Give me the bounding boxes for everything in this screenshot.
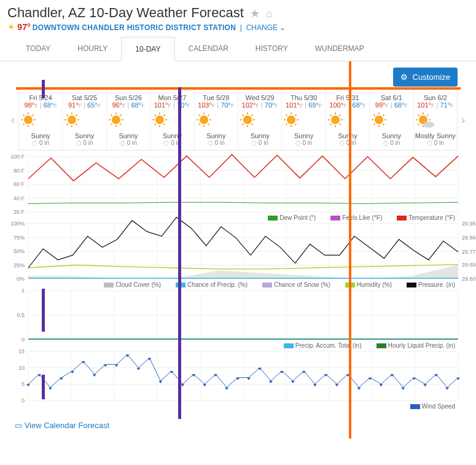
sun-icon bbox=[19, 111, 62, 130]
day-precip: ◌ 0 in bbox=[326, 139, 369, 146]
day-date: Wed 5/29 bbox=[238, 94, 281, 101]
svg-point-45 bbox=[243, 115, 252, 124]
day-date: Sun 5/26 bbox=[107, 94, 150, 101]
svg-marker-199 bbox=[269, 381, 273, 383]
svg-line-53 bbox=[251, 115, 252, 116]
svg-marker-197 bbox=[247, 378, 251, 380]
svg-marker-185 bbox=[115, 364, 119, 367]
tab-hourly[interactable]: HOURLY bbox=[64, 37, 121, 61]
svg-line-24 bbox=[111, 115, 112, 116]
svg-line-49 bbox=[243, 123, 244, 125]
next-day-button[interactable]: › bbox=[458, 112, 469, 127]
sun-icon bbox=[150, 111, 193, 130]
day-condition: Sunny bbox=[107, 132, 150, 139]
svg-marker-213 bbox=[423, 384, 427, 386]
svg-marker-193 bbox=[203, 384, 206, 386]
svg-text:0.5: 0.5 bbox=[17, 312, 25, 318]
svg-line-4 bbox=[23, 123, 25, 125]
svg-marker-191 bbox=[181, 384, 184, 386]
day-condition: Mostly Sunny bbox=[414, 132, 457, 139]
svg-text:0: 0 bbox=[21, 397, 25, 404]
svg-line-74 bbox=[383, 123, 384, 125]
svg-text:75%: 75% bbox=[14, 235, 25, 241]
svg-text:0%: 0% bbox=[17, 276, 25, 282]
day-condition: Sunny bbox=[326, 132, 369, 139]
svg-point-90 bbox=[423, 122, 434, 128]
svg-line-51 bbox=[243, 115, 244, 116]
chart-legend: Cloud Cover (%)Chance of Precip. (%)Chan… bbox=[28, 279, 456, 291]
svg-point-9 bbox=[68, 115, 76, 124]
home-icon[interactable]: ⌂ bbox=[266, 7, 273, 20]
day-card[interactable]: Sun 6/2101°F | 71°FMostly Sunny◌ 0 in bbox=[414, 89, 457, 150]
view-calendar-link[interactable]: ▭ View Calendar Forecast bbox=[15, 421, 469, 430]
day-card[interactable]: Sat 5/2591°F | 65°FSunny◌ 0 in bbox=[63, 89, 106, 150]
svg-marker-201 bbox=[291, 381, 295, 383]
day-date: Thu 5/30 bbox=[282, 94, 325, 101]
svg-line-80 bbox=[383, 115, 384, 116]
day-precip: ◌ 0 in bbox=[414, 139, 457, 146]
tab-calendar[interactable]: CALENDAR bbox=[175, 37, 242, 61]
day-card[interactable]: Fri 5/31100°F | 68°FSunny◌ 0 in bbox=[326, 89, 370, 150]
day-card[interactable]: Fri 5/2498°F | 68°FSunny◌ 0 in bbox=[19, 89, 63, 150]
day-precip: ◌ 0 in bbox=[282, 139, 325, 146]
svg-marker-207 bbox=[357, 388, 361, 390]
day-date: Sat 5/25 bbox=[63, 94, 106, 101]
svg-line-42 bbox=[198, 115, 200, 116]
tab-today[interactable]: TODAY bbox=[12, 37, 64, 61]
day-card[interactable]: Thu 5/30101°F | 69°FSunny◌ 0 in bbox=[282, 89, 326, 150]
day-card[interactable]: Sat 6/199°F | 68°FSunny◌ 0 in bbox=[370, 89, 413, 150]
change-station-link[interactable]: CHANGE bbox=[246, 23, 278, 32]
customize-label: Customize bbox=[413, 72, 450, 82]
station-link[interactable]: DOWNTOWN CHANDLER HISTORIC DISTRICT STAT… bbox=[33, 23, 236, 32]
day-card[interactable]: Tue 5/28103°F | 70°FSunny◌ 0 in bbox=[195, 89, 238, 150]
svg-text:29.60: 29.60 bbox=[462, 276, 476, 282]
day-condition: Sunny bbox=[19, 132, 62, 139]
tab-wundermap[interactable]: WUNDERMAP bbox=[302, 37, 378, 61]
chart-stack: 20 F40 F60 F80 F100 F Dew Point (°)Feels… bbox=[28, 157, 456, 412]
title-text: Chandler, AZ 10-Day Weather Forecast bbox=[7, 5, 244, 20]
day-date: Tue 5/28 bbox=[195, 94, 238, 101]
svg-text:60 F: 60 F bbox=[14, 181, 25, 187]
gear-icon: ⚙ bbox=[400, 72, 408, 82]
svg-text:80 F: 80 F bbox=[14, 168, 25, 174]
svg-line-2 bbox=[32, 123, 33, 125]
day-precip: ◌ 0 in bbox=[195, 139, 238, 146]
svg-text:10: 10 bbox=[18, 365, 25, 371]
svg-line-40 bbox=[198, 123, 200, 125]
chevron-down-icon[interactable]: ⌄ bbox=[279, 23, 286, 32]
svg-text:29.95: 29.95 bbox=[462, 221, 476, 227]
current-temp: 97° bbox=[17, 22, 30, 32]
content: ⚙ Customize ‹ Fri 5/2498°F | 68°FSunny◌ … bbox=[0, 61, 476, 439]
day-temps: 91°F | 65°F bbox=[63, 101, 106, 109]
tab-10-day[interactable]: 10-DAY bbox=[121, 37, 174, 61]
day-card[interactable]: Wed 5/29102°F | 70°FSunny◌ 0 in bbox=[238, 89, 282, 150]
svg-point-18 bbox=[112, 115, 120, 124]
svg-point-36 bbox=[200, 115, 208, 124]
day-temps: 102°F | 70°F bbox=[238, 101, 281, 109]
day-condition: Sunny bbox=[238, 132, 281, 139]
svg-line-87 bbox=[418, 115, 419, 116]
favorite-icon[interactable]: ★ bbox=[250, 7, 260, 20]
page-title: Chandler, AZ 10-Day Weather Forecast ★ ⌂ bbox=[7, 5, 476, 21]
tab-history[interactable]: HISTORY bbox=[242, 37, 302, 61]
svg-line-8 bbox=[32, 115, 33, 116]
sun-icon bbox=[195, 111, 238, 130]
svg-marker-205 bbox=[335, 384, 339, 386]
prev-day-button[interactable]: ‹ bbox=[7, 112, 18, 127]
svg-marker-209 bbox=[379, 384, 383, 386]
day-precip: ◌ 0 in bbox=[63, 139, 106, 146]
customize-button[interactable]: ⚙ Customize bbox=[393, 68, 458, 87]
day-temps: 101°F | 70°F bbox=[150, 101, 193, 109]
svg-line-26 bbox=[120, 115, 121, 116]
day-card[interactable]: Sun 5/2696°F | 68°FSunny◌ 0 in bbox=[107, 89, 150, 150]
svg-line-44 bbox=[208, 115, 209, 116]
sun-icon bbox=[326, 111, 369, 130]
sun-icon bbox=[63, 111, 106, 130]
svg-line-22 bbox=[111, 123, 112, 125]
day-card[interactable]: Mon 5/27101°F | 70°FSunny◌ 0 in bbox=[150, 89, 194, 150]
svg-line-33 bbox=[155, 115, 156, 116]
day-condition: Sunny bbox=[195, 132, 238, 139]
svg-marker-177 bbox=[26, 384, 30, 386]
svg-point-72 bbox=[375, 115, 383, 124]
svg-text:20 F: 20 F bbox=[14, 209, 25, 215]
